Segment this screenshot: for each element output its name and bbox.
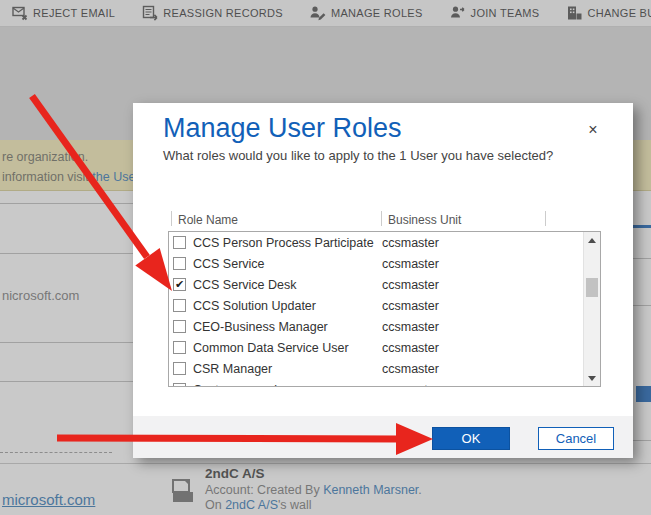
role-name-cell: Customer service	[193, 383, 290, 388]
role-row[interactable]: Customer service ccsmaster	[169, 379, 600, 387]
column-separator	[171, 211, 172, 226]
business-unit-cell: ccsmaster	[382, 341, 439, 355]
role-checkbox[interactable]	[173, 257, 186, 270]
role-name-cell: CCS Solution Updater	[193, 299, 316, 313]
role-row[interactable]: CCS Service ccsmaster	[169, 253, 600, 274]
role-checkbox[interactable]	[173, 383, 186, 387]
dialog-footer: OK Cancel	[133, 416, 633, 458]
role-name-cell: Common Data Service User	[193, 341, 349, 355]
column-header-business-unit: Business Unit	[388, 213, 461, 227]
app-window: REJECT EMAIL REASSIGN RECORDS MANAGE ROL…	[0, 0, 651, 515]
business-unit-cell: ccsmaster	[382, 257, 439, 271]
manage-user-roles-dialog: Manage User Roles × What roles would you…	[133, 103, 633, 458]
role-checkbox[interactable]	[173, 236, 186, 249]
scrollbar-down-icon[interactable]	[584, 370, 600, 386]
business-unit-cell: ccsmaster	[382, 299, 439, 313]
column-separator	[545, 211, 546, 226]
role-row[interactable]: Common Data Service User ccsmaster	[169, 337, 600, 358]
table-header: Role Name Business Unit	[133, 209, 633, 231]
role-name-cell: CSR Manager	[193, 362, 272, 376]
column-separator	[381, 211, 382, 226]
business-unit-cell: ccsmaster	[382, 320, 439, 334]
role-checkbox[interactable]	[173, 341, 186, 354]
cancel-button[interactable]: Cancel	[538, 427, 614, 450]
role-row[interactable]: CCS Solution Updater ccsmaster	[169, 295, 600, 316]
business-unit-cell: ccsmaster	[382, 383, 439, 388]
role-row[interactable]: CCS Service Desk ccsmaster	[169, 274, 600, 295]
dialog-subtitle: What roles would you like to apply to th…	[163, 148, 553, 163]
ok-button[interactable]: OK	[432, 427, 510, 450]
scrollbar-thumb[interactable]	[586, 278, 598, 297]
role-checkbox[interactable]	[173, 362, 186, 375]
close-icon[interactable]: ×	[583, 120, 603, 140]
role-name-cell: CEO-Business Manager	[193, 320, 328, 334]
role-row[interactable]: CSR Manager ccsmaster	[169, 358, 600, 379]
scrollbar[interactable]	[583, 232, 600, 386]
business-unit-cell: ccsmaster	[382, 362, 439, 376]
role-row[interactable]: CEO-Business Manager ccsmaster	[169, 316, 600, 337]
role-name-cell: CCS Service	[193, 257, 265, 271]
business-unit-cell: ccsmaster	[382, 236, 439, 250]
role-checkbox[interactable]	[173, 320, 186, 333]
column-header-role-name: Role Name	[178, 213, 238, 227]
roles-list: CCS Person Process Participate ccsmaster…	[168, 231, 601, 387]
role-row[interactable]: CCS Person Process Participate ccsmaster	[169, 232, 600, 253]
role-checkbox[interactable]	[173, 299, 186, 312]
business-unit-cell: ccsmaster	[382, 278, 439, 292]
role-checkbox[interactable]	[173, 278, 186, 291]
role-name-cell: CCS Service Desk	[193, 278, 297, 292]
dialog-title: Manage User Roles	[163, 113, 402, 144]
role-name-cell: CCS Person Process Participate	[193, 236, 374, 250]
scrollbar-up-icon[interactable]	[584, 232, 600, 248]
